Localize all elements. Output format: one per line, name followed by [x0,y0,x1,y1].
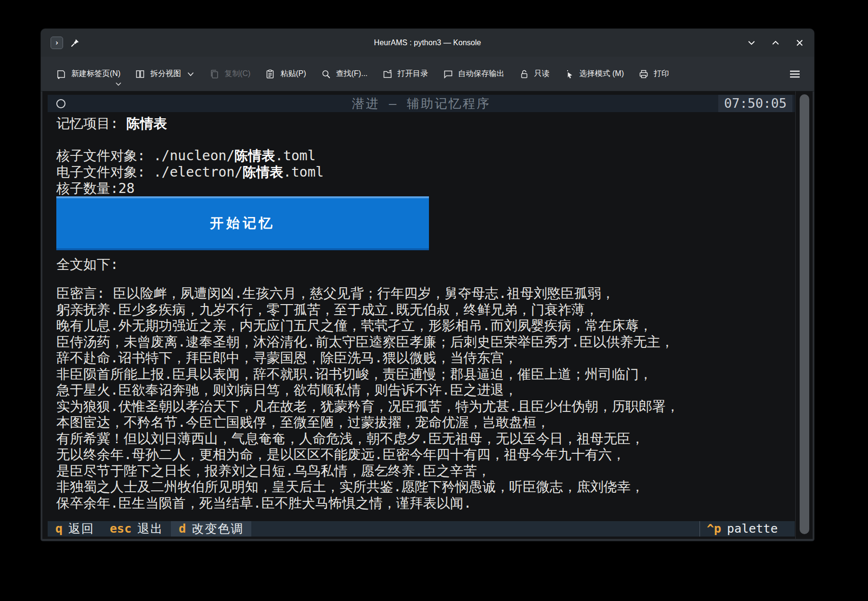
key-label: palette [727,521,777,537]
toolbar-label: 只读 [534,69,550,79]
find-button[interactable]: 查找(F)... [313,64,375,84]
toolbar-label: 复制(C) [224,69,250,79]
read-only-button[interactable]: 只读 [512,64,557,84]
fulltext-line: 本图宦达，不矜名节.今臣亡国贱俘，至微至陋，过蒙拔擢，宠命优渥，岂敢盘桓， [56,414,550,431]
toolbar-label: 选择模式 (M) [580,69,624,79]
electron-file-name: 陈情表 [243,164,283,180]
select-mode-button[interactable]: 选择模式 (M) [557,64,631,84]
nucleon-file-row: 核子文件对象: ./nucleon/陈情表.toml [56,148,316,164]
fulltext-label: 全文如下: [56,256,118,273]
hamburger-menu-button[interactable] [783,64,806,84]
fulltext-line: 无以终余年.母孙二人，更相为命，是以区区不能废远.臣密今年四十有四，祖母今年九十… [56,447,625,463]
key-hint: esc [110,521,131,537]
footer-palette-button[interactable]: ^p palette [700,521,795,537]
scrollbar-thumb[interactable] [800,94,809,534]
tui-header-bar: 潜进 – 辅助记忆程序 07:50:05 [48,95,795,112]
copy-button[interactable]: 复制(C) [202,64,258,84]
autosave-output-button[interactable]: 自动保存输出 [436,64,512,84]
toolbar-label: 打开目录 [398,69,428,79]
fulltext-line: 是臣尽节于陛下之日长，报养刘之日短.乌鸟私情，愿乞终养.臣之辛苦， [56,463,491,479]
tui-footer-bar: q 返回 esc 退出 d 改变色调 ^p palette [48,521,795,537]
electron-file-row: 电子文件对象: ./electron/陈情表.toml [56,164,324,180]
fulltext-line: 辞不赴命.诏书特下，拜臣郎中，寻蒙国恩，除臣洗马.猥以微贱，当侍东宫， [56,350,518,366]
fulltext-line: 臣侍汤药，未曾废离.逮奉圣朝，沐浴清化.前太守臣逵察臣孝廉；后刺史臣荣举臣秀才.… [56,334,674,350]
folder-icon [382,69,393,79]
lock-icon [519,69,530,79]
minimize-button[interactable] [747,38,756,48]
fulltext-line: 臣密言: 臣以险衅，夙遭闵凶.生孩六月，慈父见背；行年四岁，舅夺母志.祖母刘愍臣… [56,285,614,302]
printer-icon [638,69,649,79]
message-bubble-icon [443,69,453,79]
key-label: 退出 [137,521,163,537]
toolbar-label: 打印 [654,69,669,79]
key-label: 返回 [68,521,94,537]
key-hint: ^p [707,521,721,537]
key-hint: q [55,521,63,537]
chevron-down-icon [187,72,194,77]
toolbar-label: 自动保存输出 [458,69,505,79]
toolbar: 新建标签页(N) 拆分视图 复制(C) [41,57,814,91]
close-button[interactable] [795,38,804,48]
fulltext-line: 晚有儿息.外无期功强近之亲，内无应门五尺之僮，茕茕孑立，形影相吊.而刘夙婴疾病，… [56,318,652,334]
split-view-button[interactable]: 拆分视图 [128,64,202,84]
window-title: HeurAMS : python3 — Konsole [41,38,814,47]
electron-file-label: 电子文件对象: [56,164,154,180]
memory-item-label: 记忆项目: [56,115,127,131]
fulltext-line: 急于星火.臣欲奉诏奔驰，则刘病日笃，欲苟顺私情，则告诉不许.臣之进退， [56,382,518,398]
fulltext-line: 躬亲抚养.臣少多疾病，九岁不行，零丁孤苦，至于成立.既无伯叔，终鲜兄弟，门衰祚薄… [56,302,598,318]
terminal-view[interactable]: 潜进 – 辅助记忆程序 07:50:05 记忆项目: 陈情表 核子文件对象: .… [41,91,814,540]
footer-key-change-theme[interactable]: d 改变色调 [171,521,251,537]
tui-app-title: 潜进 – 辅助记忆程序 [48,95,795,112]
start-memorize-button[interactable]: 开始记忆 [56,196,429,250]
key-hint: d [179,521,186,537]
paste-icon [265,69,275,79]
fulltext-line: 有所希冀！但以刘日薄西山，气息奄奄，人命危浅，朝不虑夕.臣无祖母，无以至今日，祖… [56,431,644,447]
toolbar-label: 拆分视图 [150,69,181,79]
nucleon-file-ext: .toml [275,148,315,164]
tui-clock: 07:50:05 [718,95,792,112]
memory-item-value: 陈情表 [127,115,167,131]
tui-app: 潜进 – 辅助记忆程序 07:50:05 记忆项目: 陈情表 核子文件对象: .… [48,91,795,539]
nucleon-file-name: 陈情表 [234,148,275,164]
new-tab-icon [56,69,66,79]
nucleon-path-prefix: ./nucleon/ [154,148,235,164]
title-bar: › HeurAMS : python3 — Konsole [41,29,814,57]
new-tab-button[interactable]: 新建标签页(N) [49,64,128,84]
open-directory-button[interactable]: 打开目录 [375,64,436,84]
search-icon [321,69,331,79]
nucleon-count-row: 核子数量:28 [56,180,135,197]
cursor-icon [564,69,575,79]
scrollbar-track[interactable] [795,91,813,539]
electron-file-ext: .toml [283,164,324,180]
key-label: 改变色调 [192,521,244,537]
footer-key-exit[interactable]: esc 退出 [102,521,171,537]
memory-item-row: 记忆项目: 陈情表 [56,115,167,132]
nucleon-file-label: 核子文件对象: [56,148,154,164]
konsole-window: › HeurAMS : python3 — Konsole [41,29,814,541]
fulltext-line: 非臣陨首所能上报.臣具以表闻，辞不就职.诏书切峻，责臣逋慢；郡县逼迫，催臣上道；… [56,366,652,383]
fulltext-line: 保卒余年.臣生当陨首，死当结草.臣不胜犬马怖惧之情，谨拜表以闻. [56,495,472,511]
footer-key-back[interactable]: q 返回 [48,521,102,537]
electron-path-prefix: ./electron/ [154,164,243,180]
split-view-icon [135,69,145,79]
toolbar-label: 粘贴(P) [280,69,306,79]
copy-icon [209,69,220,79]
paste-button[interactable]: 粘贴(P) [258,64,313,84]
chevron-down-icon[interactable] [115,82,122,86]
fulltext-line: 实为狼狈.伏惟圣朝以孝治天下，凡在故老，犹蒙矜育，况臣孤苦，特为尤甚.且臣少仕伪… [56,398,679,415]
toolbar-label: 查找(F)... [336,69,368,79]
toolbar-label: 新建标签页(N) [71,69,120,79]
print-button[interactable]: 打印 [631,64,676,84]
fulltext-line: 非独蜀之人士及二州牧伯所见明知，皇天后土，实所共鉴.愿陛下矜悯愚诚，听臣微志，庶… [56,479,644,495]
maximize-button[interactable] [771,38,780,48]
